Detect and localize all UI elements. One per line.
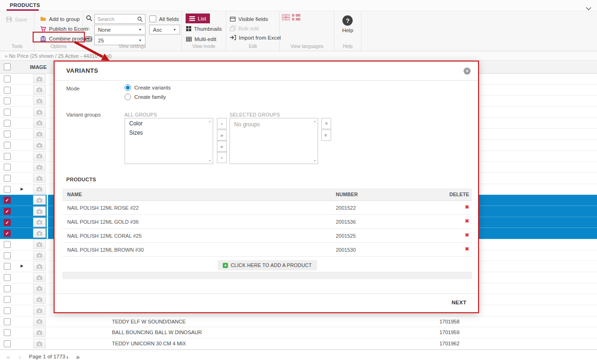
row-checkbox[interactable] [4,186,11,193]
table-row[interactable]: BALL BOUNCING BALL W DINOSAUR1701959 [0,327,597,338]
scroll-down-icon[interactable]: ▼ [313,159,316,162]
row-checkbox[interactable] [4,274,11,281]
next-button[interactable]: NEXT [451,300,466,305]
delete-icon[interactable]: ✖ [465,205,469,210]
move-right-button[interactable]: › [217,118,227,129]
listbox-item[interactable]: Sizes [125,128,213,137]
row-image-placeholder [33,261,46,271]
row-checkbox[interactable] [4,241,11,248]
next-page-icon[interactable]: › [66,352,69,362]
select-all-checkbox[interactable] [4,63,11,70]
scroll-down-icon[interactable]: ▼ [208,159,211,162]
listbox-item[interactable]: Color [125,118,213,128]
all-groups-listbox[interactable]: ColorSizes▲ ▼ [125,118,213,164]
list-view-button[interactable]: List [186,14,210,23]
tab-bar: PRODUCTS [0,0,597,11]
move-all-right-button[interactable]: » [217,130,227,141]
radio-create-variants[interactable] [125,84,131,91]
row-checkbox[interactable] [4,97,11,104]
row-checkbox[interactable]: ✓ [4,219,11,226]
row-checkbox[interactable] [4,307,11,314]
first-page-icon[interactable]: « [7,352,10,362]
delete-icon[interactable]: ✖ [465,219,469,224]
folder-icon [40,16,46,21]
radio-create-family[interactable] [125,94,131,100]
add-product-button[interactable]: + CLICK HERE TO ADD A PRODUCT [218,260,317,270]
last-page-icon[interactable]: » [76,352,80,362]
row-checkbox[interactable] [4,164,11,171]
row-checkbox[interactable] [4,87,11,94]
tab-products[interactable]: PRODUCTS [7,0,43,10]
import-from-excel-button[interactable]: Import from Excel [230,33,281,42]
save-button[interactable]: Save [6,15,27,24]
row-image-placeholder [33,151,46,161]
scroll-up-icon[interactable]: ▲ [208,120,211,123]
scroll-up-icon[interactable]: ▲ [313,120,316,123]
move-all-left-button[interactable]: « [217,141,227,152]
add-to-group-button[interactable]: Add to group [40,14,80,23]
multi-edit-view-button[interactable]: Multi-edit [186,34,216,43]
row-checkbox[interactable] [4,175,11,182]
camera-icon [36,176,42,181]
row-checkbox[interactable] [4,153,11,160]
denmark-flag-icon[interactable] [292,14,300,21]
delete-icon[interactable]: ✖ [465,233,469,238]
row-checkbox[interactable]: ✓ [4,230,11,237]
prev-page-icon[interactable]: ‹ [19,352,21,362]
row-checkbox[interactable]: ✓ [4,197,11,204]
delete-icon[interactable]: ✖ [465,247,469,252]
row-checkbox[interactable] [4,296,11,303]
select-caret-icon: ▼ [139,28,142,31]
bulk-edit-button[interactable]: Bulk edit [230,24,259,33]
move-up-button[interactable]: » [321,118,331,129]
group-help: ? Help Help [334,11,361,51]
row-number: 1701959 [413,330,459,335]
row-checkbox[interactable] [4,142,11,149]
row-checkbox[interactable] [4,130,11,137]
multi-edit-view-label: Multi-edit [194,36,216,42]
create-family-option[interactable]: Create family [125,94,166,100]
publish-to-ecom-button[interactable]: Publish to Ecom [40,24,88,33]
row-checkbox[interactable]: ✓ [4,208,11,215]
help-button[interactable]: ? Help [342,15,354,33]
selected-groups-listbox[interactable]: No groups ▲ ▼ [229,118,318,164]
move-left-button[interactable]: ‹ [217,152,227,163]
row-expand-arrow-icon[interactable]: ▶ [21,264,23,268]
row-checkbox[interactable] [4,109,11,116]
row-checkbox[interactable] [4,329,11,336]
row-checkbox[interactable] [4,285,11,292]
row-image-placeholder [33,295,46,304]
table-row[interactable]: TEDDY UNICORN 30 CM 4 MIX1701962 [0,338,597,350]
table-row[interactable]: TEDDY ELF W SOUND/DANCE1701958 [0,316,597,328]
row-checkbox[interactable] [4,263,11,270]
sort-direction-select[interactable]: Asc ▼ [149,25,180,34]
search-submit-icon[interactable] [137,16,145,22]
thumbnails-view-button[interactable]: Thumbnails [186,24,222,33]
move-down-button[interactable]: » [321,130,331,141]
dialog-product-row: NAIL POLISH 12ML BROWN #302001530✖ [62,243,472,257]
search-input[interactable] [95,16,137,22]
horizontal-scrollbar-track[interactable] [62,272,472,279]
group-view-settings: All fields ↑↓ None ▼ Asc ▼ 25 ▼ View set… [83,11,182,51]
visible-fields-button[interactable]: Visible fields [230,14,268,23]
create-variants-option[interactable]: Create variants [125,84,171,91]
list-icon [189,16,195,21]
row-checkbox[interactable] [4,318,11,325]
search-box [94,14,146,24]
sort-field-select[interactable]: None ▼ [94,25,146,34]
camera-icon [36,143,42,148]
close-icon[interactable]: ✕ [464,68,471,75]
all-groups-caption: ALL GROUPS [125,112,157,117]
group-view-mode: List Thumbnails Multi-edit View mode [182,11,226,51]
row-checkbox[interactable] [4,120,11,127]
row-expand-arrow-icon[interactable]: ▶ [21,187,23,191]
tab-active-underline [7,9,39,11]
row-checkbox[interactable] [4,252,11,259]
row-checkbox[interactable] [4,76,11,82]
row-image-placeholder [33,96,46,105]
all-fields-checkbox[interactable] [149,15,156,22]
row-checkbox[interactable] [4,340,11,347]
camera-icon [36,120,42,125]
uk-flag-icon[interactable] [282,14,290,21]
name-column-header: NAME [67,192,82,197]
